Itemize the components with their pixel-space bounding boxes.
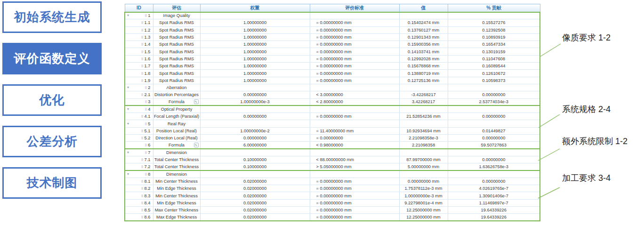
row-contribution[interactable]: 4.02619765e-7 bbox=[448, 185, 540, 192]
row-value[interactable]: 0.12992028 mm bbox=[399, 55, 448, 62]
drag-handle-icon[interactable]: ⠿ bbox=[145, 151, 146, 154]
row-value[interactable]: 0.00000000 mm bbox=[399, 178, 448, 185]
row-value[interactable] bbox=[399, 105, 448, 113]
row-criteria[interactable]: = 0.00000000 mm bbox=[310, 41, 399, 48]
row-criteria[interactable] bbox=[310, 149, 399, 156]
row-weight[interactable]: 0.00000000 bbox=[200, 91, 310, 98]
row-value[interactable]: 12.25000000 mm bbox=[399, 214, 448, 221]
table-row[interactable]: ⠿5.2 Direction Local (Real) 0.00000000 =… bbox=[125, 135, 540, 142]
column-header-id[interactable]: ID bbox=[125, 4, 153, 12]
row-contribution[interactable]: 1.63626758e-3 bbox=[448, 163, 540, 170]
row-weight[interactable] bbox=[200, 170, 310, 178]
drag-handle-icon[interactable]: ⠿ bbox=[141, 36, 143, 39]
drag-handle-icon[interactable]: ⠿ bbox=[141, 115, 143, 118]
column-header-criteria[interactable]: 评价标准 bbox=[310, 4, 399, 12]
row-weight[interactable]: 0.10000000 bbox=[200, 163, 310, 170]
table-row[interactable]: ⠿1.9 Spot Radius RMS 1.00000000 = 0.0000… bbox=[125, 77, 540, 84]
row-contribution[interactable]: 2.53774034e-3 bbox=[448, 98, 540, 105]
row-value[interactable]: 21.52854236 mm bbox=[399, 113, 448, 120]
drag-handle-icon[interactable]: ⠿ bbox=[141, 216, 143, 219]
table-row[interactable]: ⠿1.8 Spot Radius RMS 1.00000000 = 0.0000… bbox=[125, 70, 540, 77]
row-contribution[interactable] bbox=[448, 84, 540, 91]
row-value[interactable]: 0.12725136 mm bbox=[399, 77, 448, 84]
row-criteria[interactable] bbox=[310, 12, 399, 19]
row-value[interactable]: 0.12901343 mm bbox=[399, 33, 448, 41]
row-contribution[interactable] bbox=[448, 149, 540, 156]
row-weight[interactable]: 0.02000000 bbox=[200, 178, 310, 185]
row-value[interactable] bbox=[399, 149, 448, 156]
table-row[interactable]: ⠿8.6 Max Edge Thickness 0.02000000 = 0.0… bbox=[125, 214, 540, 221]
table-row[interactable]: ⠿4.1 Focal Length (Paraxial) 0.00000000 … bbox=[125, 113, 540, 120]
row-contribution[interactable]: 0.15527276 bbox=[448, 19, 540, 26]
table-row[interactable]: ▾⠿7 Dimension bbox=[125, 149, 540, 156]
drag-handle-icon[interactable]: ⠿ bbox=[141, 195, 143, 198]
sidebar-step-button[interactable]: 初始系统生成 bbox=[2, 1, 102, 33]
row-criteria[interactable]: = 0.00000000 mm bbox=[310, 192, 399, 199]
row-contribution[interactable]: 0.16089544 bbox=[448, 63, 540, 70]
row-weight[interactable]: 0.02000000 bbox=[200, 185, 310, 192]
collapse-arrow-icon[interactable]: ▾ bbox=[127, 122, 129, 126]
row-value[interactable] bbox=[399, 170, 448, 178]
drag-handle-icon[interactable]: ⠿ bbox=[145, 173, 146, 176]
row-weight[interactable]: 0.00000000 bbox=[200, 113, 310, 120]
row-weight[interactable]: 1.00000000 bbox=[200, 48, 310, 55]
sidebar-step-button[interactable]: 优化 bbox=[2, 84, 102, 116]
table-row[interactable]: ⠿1.3 Spot Radius RMS 1.00000000 = 0.0000… bbox=[125, 33, 540, 41]
column-header-contribution[interactable]: % 贡献 bbox=[448, 4, 540, 12]
row-contribution[interactable]: 0.11047608 bbox=[448, 55, 540, 62]
row-criteria[interactable] bbox=[310, 170, 399, 178]
row-weight[interactable]: 0.02000000 bbox=[200, 192, 310, 199]
row-contribution[interactable]: 0.12392508 bbox=[448, 26, 540, 33]
drag-handle-icon[interactable]: ⠿ bbox=[141, 158, 143, 162]
table-row[interactable]: ▾⠿5 Real Ray bbox=[125, 120, 540, 127]
row-criteria[interactable]: < 3.00000000 bbox=[310, 91, 399, 98]
table-row[interactable]: ⠿2.1 Distortion Percentages 0.00000000 <… bbox=[125, 91, 540, 98]
row-criteria[interactable]: = 0.00000000 mm bbox=[310, 19, 399, 26]
drag-handle-icon[interactable]: ⠿ bbox=[141, 57, 143, 61]
row-criteria[interactable]: = 0.00000000 mm bbox=[310, 199, 399, 206]
row-contribution[interactable]: 19.64339226 bbox=[448, 214, 540, 221]
row-criteria[interactable]: = 0.00000000 mm bbox=[310, 178, 399, 185]
row-value[interactable]: 87.99700000 mm bbox=[399, 156, 448, 163]
row-criteria[interactable]: > 5.05000000 mm bbox=[310, 163, 399, 170]
table-row[interactable]: ⠿6 Formula ✎ 6.00000000 < 0.98000000 2.2… bbox=[125, 142, 540, 149]
collapse-arrow-icon[interactable]: ▾ bbox=[127, 107, 129, 111]
table-row[interactable]: ⠿8.5 Max Center Thickness 0.02000000 = 0… bbox=[125, 207, 540, 214]
drag-handle-icon[interactable]: ⠿ bbox=[145, 122, 146, 126]
row-criteria[interactable]: = 0.00000000 mm bbox=[310, 70, 399, 77]
row-value[interactable] bbox=[399, 120, 448, 127]
table-row[interactable]: ⠿5.1 Position Local (Real) 1.00000000e-2… bbox=[125, 127, 540, 134]
row-value[interactable]: 2.21098358e-3 bbox=[399, 135, 448, 142]
table-row[interactable]: ⠿8.4 Min Edge Thickness 0.02000000 = 0.0… bbox=[125, 199, 540, 206]
row-contribution[interactable] bbox=[448, 105, 540, 113]
row-value[interactable]: 2.21098358 bbox=[399, 142, 448, 149]
row-criteria[interactable]: = 11.40000000 mm bbox=[310, 127, 399, 134]
column-header-evaluation[interactable]: 评估 bbox=[153, 4, 200, 12]
table-row[interactable]: ⠿1.2 Spot Radius RMS 1.00000000 = 0.0000… bbox=[125, 26, 540, 33]
table-row[interactable]: ▾⠿8 Dimension bbox=[125, 170, 540, 178]
drag-handle-icon[interactable]: ⠿ bbox=[145, 14, 146, 17]
drag-handle-icon[interactable]: ⠿ bbox=[145, 86, 146, 89]
row-criteria[interactable] bbox=[310, 105, 399, 113]
table-row[interactable]: ▾⠿2 Aberration bbox=[125, 84, 540, 91]
row-contribution[interactable] bbox=[448, 120, 540, 127]
row-criteria[interactable]: < 0.98000000 bbox=[310, 142, 399, 149]
row-value[interactable]: 1.75378112e-3 mm bbox=[399, 185, 448, 192]
row-criteria[interactable] bbox=[310, 120, 399, 127]
row-criteria[interactable]: = 0.00000000 mm bbox=[310, 207, 399, 214]
row-contribution[interactable]: 19.64339226 bbox=[448, 207, 540, 214]
row-criteria[interactable]: = 0.00000000 mm bbox=[310, 214, 399, 221]
row-weight[interactable]: 1.00000000 bbox=[200, 77, 310, 84]
row-value[interactable]: 9.22798001e-4 mm bbox=[399, 199, 448, 206]
drag-handle-icon[interactable]: ⠿ bbox=[141, 72, 143, 75]
row-value[interactable]: 0.14103741 mm bbox=[399, 48, 448, 55]
row-contribution[interactable]: 1.11469897e-7 bbox=[448, 199, 540, 206]
table-row[interactable]: ⠿8.3 Min Center Thickness 0.02000000 = 0… bbox=[125, 192, 540, 199]
row-value[interactable]: 5.00000000 mm bbox=[399, 163, 448, 170]
row-contribution[interactable]: 59.50727863 bbox=[448, 142, 540, 149]
formula-edit-icon[interactable]: ✎ bbox=[194, 99, 199, 104]
row-contribution[interactable]: 0.00000000 bbox=[448, 113, 540, 120]
drag-handle-icon[interactable]: ⠿ bbox=[141, 43, 143, 46]
row-contribution[interactable]: 0.16547334 bbox=[448, 41, 540, 48]
row-value[interactable]: 0.15402474 mm bbox=[399, 19, 448, 26]
